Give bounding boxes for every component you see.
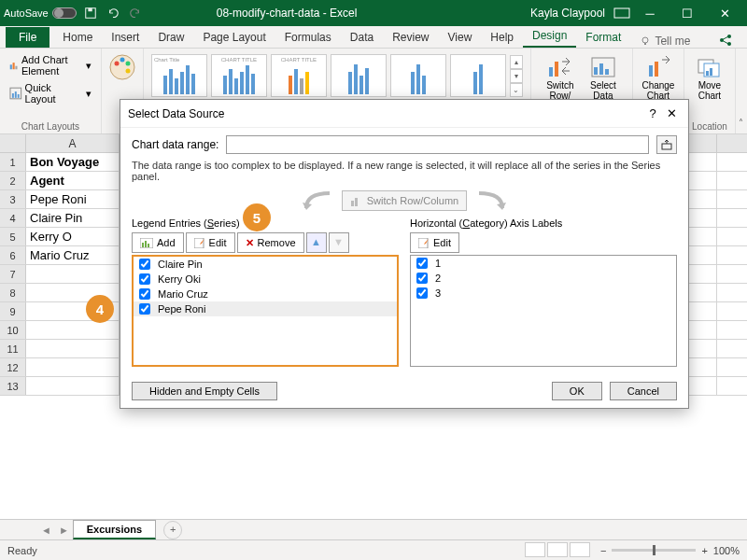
series-edit-button[interactable]: Edit: [186, 232, 235, 253]
zoom-level[interactable]: 100%: [713, 545, 740, 556]
select-all-corner[interactable]: [0, 134, 26, 152]
category-checkbox[interactable]: [416, 258, 428, 269]
palette-icon[interactable]: [107, 52, 137, 82]
row-header[interactable]: 1: [0, 153, 26, 171]
chart-style-4[interactable]: [331, 54, 387, 97]
row-header[interactable]: 12: [0, 358, 26, 376]
sheet-tab-excursions[interactable]: Excursions: [73, 520, 156, 539]
chart-style-3[interactable]: CHART TITLE: [271, 54, 327, 97]
category-item[interactable]: 2: [411, 271, 676, 286]
cell[interactable]: [26, 377, 120, 395]
row-header[interactable]: 6: [0, 246, 26, 264]
row-header[interactable]: 2: [0, 172, 26, 189]
chart-style-1[interactable]: Chart Title: [151, 54, 207, 97]
tab-home[interactable]: Home: [53, 27, 102, 48]
category-item[interactable]: 1: [411, 256, 676, 271]
row-header[interactable]: 7: [0, 265, 26, 283]
cell[interactable]: Claire Pin: [26, 209, 120, 227]
redo-icon[interactable]: [129, 7, 142, 20]
maximize-button[interactable]: ☐: [669, 0, 706, 26]
cell[interactable]: Agent: [26, 172, 120, 189]
series-item[interactable]: Pepe Roni: [134, 301, 397, 316]
page-layout-view-icon[interactable]: [547, 542, 568, 557]
save-icon[interactable]: [84, 7, 97, 20]
tab-format[interactable]: Format: [576, 27, 630, 48]
cell[interactable]: [26, 265, 120, 283]
style-gallery-scroll[interactable]: ▴▾⌄: [510, 55, 523, 97]
tab-insert[interactable]: Insert: [102, 27, 148, 48]
axis-edit-button[interactable]: Edit: [410, 232, 459, 253]
series-item[interactable]: Claire Pin: [134, 257, 397, 272]
view-buttons[interactable]: [524, 542, 591, 559]
dialog-titlebar[interactable]: Select Data Source ? ✕: [120, 100, 688, 128]
dialog-help-button[interactable]: ?: [643, 106, 662, 120]
add-chart-element-button[interactable]: Add Chart Element ▾: [6, 52, 95, 78]
series-listbox[interactable]: Claire PinKerry OkiMario CruzPepe Roni: [132, 255, 399, 367]
tab-help[interactable]: Help: [481, 27, 523, 48]
tab-view[interactable]: View: [439, 27, 482, 48]
chart-style-2[interactable]: CHART TITLE: [211, 54, 267, 97]
row-header[interactable]: 10: [0, 321, 26, 339]
cell[interactable]: Pepe Roni: [26, 190, 120, 208]
ok-button[interactable]: OK: [552, 382, 602, 400]
series-item[interactable]: Kerry Oki: [134, 272, 397, 287]
cell[interactable]: Kerry O: [26, 228, 120, 245]
undo-icon[interactable]: [106, 7, 120, 20]
cell[interactable]: Mario Cruz: [26, 246, 120, 264]
sheet-nav-next[interactable]: ►: [59, 525, 69, 536]
cell[interactable]: [26, 321, 120, 339]
row-header[interactable]: 5: [0, 228, 26, 245]
move-chart-button[interactable]: Move Chart: [690, 52, 729, 105]
series-item[interactable]: Mario Cruz: [134, 287, 397, 301]
chart-range-input[interactable]: [226, 135, 649, 154]
row-header[interactable]: 9: [0, 302, 26, 320]
ribbon-options-icon[interactable]: [613, 6, 631, 21]
series-move-up-button[interactable]: ▲: [306, 232, 327, 253]
new-sheet-button[interactable]: +: [163, 521, 182, 539]
category-checkbox[interactable]: [416, 273, 428, 284]
sheet-nav-prev[interactable]: ◄: [41, 525, 51, 536]
tab-file[interactable]: File: [6, 27, 49, 48]
chart-style-5[interactable]: [390, 54, 446, 97]
cancel-button[interactable]: Cancel: [610, 382, 677, 400]
range-selector-button[interactable]: [656, 135, 677, 154]
tab-page-layout[interactable]: Page Layout: [193, 27, 275, 48]
tell-me-search[interactable]: Tell me: [640, 35, 690, 48]
quick-layout-button[interactable]: Quick Layout ▾: [6, 80, 95, 106]
category-checkbox[interactable]: [416, 287, 428, 299]
category-item[interactable]: 3: [411, 286, 676, 301]
zoom-slider[interactable]: [612, 549, 696, 552]
series-checkbox[interactable]: [139, 273, 150, 285]
zoom-out-button[interactable]: −: [600, 545, 606, 556]
tab-data[interactable]: Data: [341, 27, 383, 48]
dialog-close-button[interactable]: ✕: [662, 106, 681, 120]
row-header[interactable]: 8: [0, 284, 26, 301]
series-add-button[interactable]: Add: [132, 232, 184, 253]
row-header[interactable]: 4: [0, 209, 26, 227]
row-header[interactable]: 3: [0, 190, 26, 208]
close-button[interactable]: ✕: [706, 0, 743, 26]
tab-design[interactable]: Design: [523, 25, 576, 48]
share-button[interactable]: [719, 33, 741, 48]
hidden-empty-cells-button[interactable]: Hidden and Empty Cells: [132, 382, 277, 400]
tab-review[interactable]: Review: [383, 27, 438, 48]
series-remove-button[interactable]: ✕Remove: [237, 232, 304, 253]
user-name[interactable]: Kayla Claypool: [530, 7, 605, 20]
row-header[interactable]: 13: [0, 377, 26, 395]
tab-formulas[interactable]: Formulas: [275, 27, 341, 48]
series-checkbox[interactable]: [139, 259, 150, 270]
page-break-view-icon[interactable]: [570, 542, 590, 557]
minimize-button[interactable]: ─: [631, 0, 669, 26]
series-checkbox[interactable]: [139, 288, 150, 300]
chart-style-6[interactable]: [450, 54, 506, 97]
col-header-a[interactable]: A: [26, 134, 120, 152]
category-listbox[interactable]: 123: [410, 255, 677, 367]
zoom-control[interactable]: − + 100%: [600, 545, 740, 556]
autosave-toggle[interactable]: AutoSave: [4, 7, 77, 19]
normal-view-icon[interactable]: [525, 542, 545, 557]
row-header[interactable]: 11: [0, 340, 26, 357]
series-checkbox[interactable]: [139, 303, 150, 315]
cell[interactable]: [26, 340, 120, 357]
tab-draw[interactable]: Draw: [148, 27, 193, 48]
zoom-in-button[interactable]: +: [701, 545, 707, 556]
